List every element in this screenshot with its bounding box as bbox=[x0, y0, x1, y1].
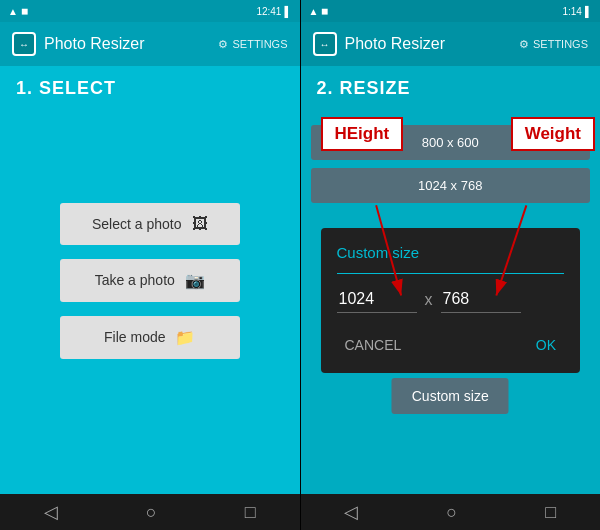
right-wifi-icon: ◼ bbox=[321, 6, 328, 16]
recents-button-right[interactable]: □ bbox=[545, 502, 556, 523]
back-button-left[interactable]: ◁ bbox=[44, 501, 58, 523]
left-section-title: 1. SELECT bbox=[0, 66, 300, 107]
left-settings-button[interactable]: ⚙ SETTINGS bbox=[218, 38, 287, 51]
dialog-actions: Cancel OK bbox=[337, 329, 565, 357]
battery-icon: ▌ bbox=[284, 6, 291, 17]
select-photo-button[interactable]: Select a photo 🖼 bbox=[60, 203, 240, 245]
left-time: 12:41 bbox=[256, 6, 281, 17]
left-app-title-area: ↔ Photo Resizer bbox=[12, 32, 145, 56]
right-top-bar: ↔ Photo Resizer ⚙ SETTINGS bbox=[301, 22, 601, 66]
take-photo-button[interactable]: Take a photo 📷 bbox=[60, 259, 240, 302]
left-status-bar: ▲ ◼ 12:41 ▌ bbox=[0, 0, 300, 22]
dialog-overlay: HEight Weight bbox=[301, 107, 601, 494]
status-right-area: 12:41 ▌ bbox=[256, 6, 291, 17]
dialog-inputs: x bbox=[337, 286, 565, 313]
dialog-cancel-button[interactable]: Cancel bbox=[337, 333, 410, 357]
right-status-right: 1:14 ▌ bbox=[562, 6, 592, 17]
app-icon-right: ↔ bbox=[313, 32, 337, 56]
right-status-left: ▲ ◼ bbox=[309, 6, 329, 17]
image-icon: 🖼 bbox=[192, 215, 208, 233]
weight-annotation-label: Weight bbox=[525, 124, 581, 143]
dialog-separator bbox=[337, 273, 565, 274]
folder-icon: 📁 bbox=[175, 328, 195, 347]
recents-button-left[interactable]: □ bbox=[245, 502, 256, 523]
back-button-right[interactable]: ◁ bbox=[344, 501, 358, 523]
left-content: Select a photo 🖼 Take a photo 📷 File mod… bbox=[0, 107, 300, 494]
file-mode-button[interactable]: File mode 📁 bbox=[60, 316, 240, 359]
home-button-right[interactable]: ○ bbox=[446, 502, 457, 523]
weight-annotation-box: Weight bbox=[511, 117, 595, 151]
height-annotation-box: HEight bbox=[321, 117, 404, 151]
right-content: 800 x 600 1024 x 768 Custom size HEight … bbox=[301, 107, 601, 494]
custom-size-dialog: Custom size x Cancel OK bbox=[321, 228, 581, 373]
left-panel: ▲ ◼ 12:41 ▌ ↔ Photo Resizer ⚙ SETTINGS 1… bbox=[0, 0, 300, 530]
right-battery-icon: ▌ bbox=[585, 6, 592, 17]
home-button-left[interactable]: ○ bbox=[146, 502, 157, 523]
wifi-icon: ◼ bbox=[21, 6, 28, 16]
dialog-ok-button[interactable]: OK bbox=[528, 333, 564, 357]
left-bottom-nav: ◁ ○ □ bbox=[0, 494, 300, 530]
dialog-title: Custom size bbox=[337, 244, 565, 261]
height-annotation-label: HEight bbox=[335, 124, 390, 143]
height-input[interactable] bbox=[441, 286, 521, 313]
right-section-title: 2. RESIZE bbox=[301, 66, 601, 107]
right-status-bar: ▲ ◼ 1:14 ▌ bbox=[301, 0, 601, 22]
take-photo-label: Take a photo bbox=[95, 272, 175, 288]
left-top-bar: ↔ Photo Resizer ⚙ SETTINGS bbox=[0, 22, 300, 66]
right-app-title: Photo Resizer bbox=[345, 35, 446, 53]
width-input[interactable] bbox=[337, 286, 417, 313]
file-mode-label: File mode bbox=[104, 329, 165, 345]
right-time: 1:14 bbox=[562, 6, 581, 17]
left-app-title: Photo Resizer bbox=[44, 35, 145, 53]
x-separator: x bbox=[425, 291, 433, 309]
select-photo-label: Select a photo bbox=[92, 216, 182, 232]
right-settings-button[interactable]: ⚙ SETTINGS bbox=[519, 38, 588, 51]
app-icon-left: ↔ bbox=[12, 32, 36, 56]
right-panel: ▲ ◼ 1:14 ▌ ↔ Photo Resizer ⚙ SETTINGS 2.… bbox=[301, 0, 601, 530]
camera-icon: 📷 bbox=[185, 271, 205, 290]
resize-icon-right: ↔ bbox=[320, 39, 330, 50]
settings-icon-right: ⚙ bbox=[519, 38, 529, 51]
right-signal-icon: ▲ bbox=[309, 6, 319, 17]
right-app-title-area: ↔ Photo Resizer bbox=[313, 32, 446, 56]
right-bottom-nav: ◁ ○ □ bbox=[301, 494, 601, 530]
settings-icon-left: ⚙ bbox=[218, 38, 228, 51]
resize-icon: ↔ bbox=[19, 39, 29, 50]
status-left-icons: ▲ ◼ bbox=[8, 6, 28, 17]
signal-icon: ▲ bbox=[8, 6, 18, 17]
